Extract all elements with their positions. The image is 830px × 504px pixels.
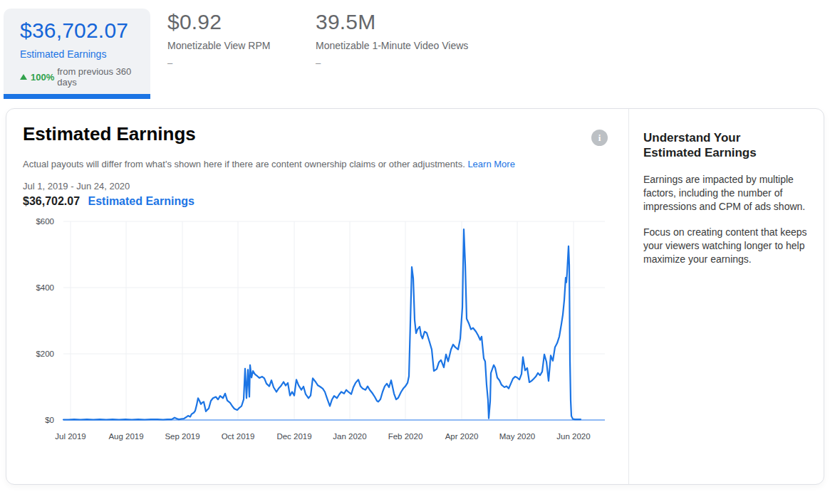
disclaimer-text: Actual payouts will differ from what's s… xyxy=(23,159,593,169)
svg-text:$400: $400 xyxy=(36,283,54,292)
help-sidebar: Understand Your Estimated Earnings Earni… xyxy=(643,130,820,266)
estimated-earnings-value: $36,702.07 xyxy=(20,19,150,42)
chart-summary: $36,702.07 Estimated Earnings xyxy=(23,195,194,208)
estimated-earnings-label: Estimated Earnings xyxy=(20,48,150,60)
svg-text:May 2020: May 2020 xyxy=(499,432,536,441)
svg-text:$600: $600 xyxy=(36,217,54,226)
earnings-delta: 100% from previous 360 days xyxy=(20,66,150,88)
svg-text:$200: $200 xyxy=(36,350,54,358)
tab-monetizable-view-rpm[interactable]: $0.92 Monetizable View RPM – xyxy=(167,9,270,68)
svg-text:Jun 2020: Jun 2020 xyxy=(556,432,590,441)
view-rpm-sub: – xyxy=(167,58,270,68)
info-icon[interactable]: i xyxy=(591,130,608,146)
video-views-sub: – xyxy=(316,58,468,68)
help-paragraph-2: Focus on creating content that keeps you… xyxy=(643,226,819,266)
svg-text:Feb 2020: Feb 2020 xyxy=(388,432,423,441)
delta-percent: 100% xyxy=(31,72,54,83)
earnings-line-chart: $0$200$400$600Jul 2019Aug 2019Sep 2019Oc… xyxy=(6,214,628,471)
trend-up-icon xyxy=(20,74,27,80)
delta-suffix: from previous 360 days xyxy=(57,66,150,88)
svg-text:Jan 2020: Jan 2020 xyxy=(333,432,366,441)
learn-more-link[interactable]: Learn More xyxy=(467,159,514,169)
disclaimer-body: Actual payouts will differ from what's s… xyxy=(23,159,465,169)
view-rpm-value: $0.92 xyxy=(167,10,270,33)
svg-text:Jul 2019: Jul 2019 xyxy=(55,432,85,441)
earnings-dashboard: $36,702.07 Estimated Earnings 100% from … xyxy=(0,0,830,504)
svg-text:Apr 2020: Apr 2020 xyxy=(445,432,479,441)
tab-estimated-earnings[interactable]: $36,702.07 Estimated Earnings 100% from … xyxy=(4,9,150,99)
summary-series-label: Estimated Earnings xyxy=(88,195,194,207)
svg-text:$0: $0 xyxy=(45,416,54,424)
video-views-value: 39.5M xyxy=(316,10,468,33)
date-range: Jul 1, 2019 - Jun 24, 2020 xyxy=(23,181,130,191)
svg-text:Sep 2019: Sep 2019 xyxy=(165,432,199,441)
active-tab-indicator xyxy=(4,94,150,99)
svg-text:Aug 2019: Aug 2019 xyxy=(108,432,143,441)
panel-divider xyxy=(628,109,629,484)
help-paragraph-1: Earnings are impacted by multiple factor… xyxy=(643,173,819,214)
help-heading: Understand Your Estimated Earnings xyxy=(643,130,775,161)
estimated-earnings-panel: Estimated Earnings i Actual payouts will… xyxy=(6,108,824,485)
panel-title: Estimated Earnings xyxy=(23,123,196,145)
tab-monetizable-video-views[interactable]: 39.5M Monetizable 1-Minute Video Views – xyxy=(316,9,468,68)
view-rpm-label: Monetizable View RPM xyxy=(167,40,270,51)
video-views-label: Monetizable 1-Minute Video Views xyxy=(316,40,468,51)
svg-text:Dec 2019: Dec 2019 xyxy=(276,432,311,441)
svg-text:Oct 2019: Oct 2019 xyxy=(222,432,255,441)
metric-tab-strip: $36,702.07 Estimated Earnings 100% from … xyxy=(0,0,830,100)
summary-value: $36,702.07 xyxy=(23,195,80,207)
